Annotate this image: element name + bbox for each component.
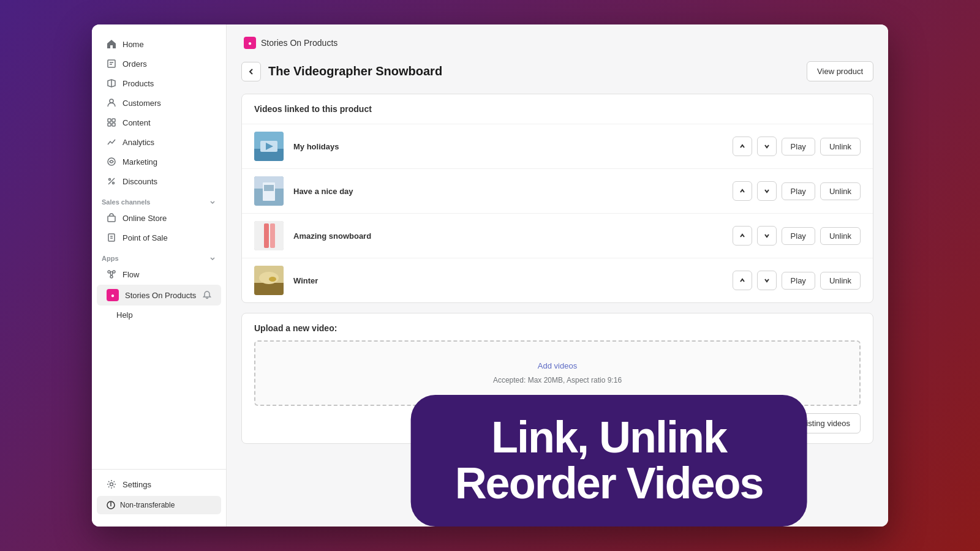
- sidebar-item-label: Settings: [123, 480, 151, 489]
- stories-on-products-icon: ●: [107, 289, 119, 301]
- unlink-button-4[interactable]: Unlink: [820, 272, 861, 290]
- svg-line-12: [108, 178, 115, 184]
- online-store-icon: [107, 213, 116, 223]
- non-transferable-badge[interactable]: Non-transferable: [97, 496, 221, 514]
- bell-notification-icon[interactable]: [203, 291, 211, 299]
- video-actions-4: Play Unlink: [733, 271, 861, 290]
- video-actions-2: Play Unlink: [733, 181, 861, 201]
- unlink-button-2[interactable]: Unlink: [820, 182, 861, 200]
- video-thumbnail-2: [254, 176, 284, 206]
- video-row: Winter Play Unlink: [242, 258, 873, 302]
- svg-point-41: [269, 277, 276, 282]
- video-thumbnail-4: [254, 266, 284, 295]
- app-header-title: Stories On Products: [261, 38, 337, 48]
- move-down-button-2[interactable]: [757, 181, 777, 201]
- sidebar-item-label: Stories On Products: [125, 291, 196, 300]
- play-button-2[interactable]: Play: [782, 182, 815, 200]
- choose-existing-button[interactable]: Or choose from existing videos: [731, 413, 861, 433]
- move-up-button-4[interactable]: [733, 271, 752, 290]
- content-icon: [107, 118, 116, 127]
- sidebar-item-label: Online Store: [123, 214, 167, 223]
- move-up-button-1[interactable]: [733, 137, 752, 156]
- sidebar-item-marketing[interactable]: Marketing: [97, 152, 221, 171]
- svg-rect-5: [108, 119, 111, 122]
- video-thumbnail-1: [254, 132, 284, 161]
- sidebar-item-label: Point of Sale: [123, 233, 168, 242]
- svg-rect-8: [112, 123, 115, 126]
- svg-point-10: [109, 179, 111, 181]
- svg-point-26: [111, 503, 111, 503]
- sidebar-item-point-of-sale[interactable]: Point of Sale: [97, 228, 221, 247]
- upload-card-title: Upload a new video:: [254, 323, 861, 333]
- sidebar-item-analytics[interactable]: Analytics: [97, 133, 221, 151]
- video-name-1: My holidays: [293, 142, 723, 151]
- move-up-button-3[interactable]: [733, 226, 752, 246]
- svg-point-23: [110, 483, 113, 486]
- video-name-4: Winter: [293, 276, 723, 285]
- sidebar-item-customers[interactable]: Customers: [97, 94, 221, 112]
- upload-dropzone[interactable]: Add videos Accepted: Max 20MB, Aspect ra…: [254, 340, 861, 406]
- svg-rect-0: [108, 60, 115, 67]
- move-down-button-4[interactable]: [757, 271, 777, 290]
- sidebar-bottom: Settings Non-transferable: [92, 469, 226, 517]
- unlink-button-3[interactable]: Unlink: [820, 227, 861, 245]
- sidebar-item-label: Discounts: [123, 177, 157, 186]
- view-product-button[interactable]: View product: [807, 61, 873, 81]
- main-content: ● Stories On Products The Videographer S…: [227, 24, 888, 527]
- svg-rect-34: [264, 185, 274, 191]
- page-header: The Videographer Snowboard View product: [241, 61, 873, 81]
- play-button-3[interactable]: Play: [782, 227, 815, 245]
- sidebar: Home Orders Products: [92, 24, 227, 527]
- sidebar-item-online-store[interactable]: Online Store: [97, 209, 221, 227]
- app-header-icon: ●: [244, 37, 256, 49]
- move-up-button-2[interactable]: [733, 181, 752, 201]
- sidebar-item-orders[interactable]: Orders: [97, 54, 221, 73]
- svg-rect-13: [108, 216, 115, 222]
- products-icon: [107, 78, 116, 88]
- add-videos-link[interactable]: Add videos: [275, 361, 840, 370]
- customers-icon: [107, 98, 116, 108]
- sidebar-subitem-help[interactable]: Help: [97, 307, 221, 323]
- analytics-icon: [107, 137, 116, 147]
- move-down-button-3[interactable]: [757, 226, 777, 246]
- svg-line-22: [110, 272, 111, 276]
- play-button-1[interactable]: Play: [782, 138, 815, 156]
- sidebar-item-products[interactable]: Products: [97, 74, 221, 92]
- sidebar-item-stories-on-products[interactable]: ● Stories On Products: [97, 285, 221, 305]
- sidebar-item-flow[interactable]: Flow: [97, 265, 221, 283]
- video-actions-3: Play Unlink: [733, 226, 861, 246]
- video-row: Amazing snowboard Play Unlink: [242, 214, 873, 258]
- upload-card: Upload a new video: Add videos Accepted:…: [241, 313, 873, 444]
- svg-line-21: [112, 272, 113, 276]
- sidebar-item-label: Analytics: [123, 138, 154, 147]
- orders-icon: [107, 59, 116, 69]
- back-button[interactable]: [241, 62, 261, 81]
- sidebar-item-label: Content: [123, 118, 151, 127]
- svg-rect-7: [108, 123, 111, 126]
- sidebar-item-home[interactable]: Home: [97, 35, 221, 53]
- video-thumbnail-3: [254, 221, 284, 250]
- settings-icon: [107, 479, 116, 489]
- svg-point-9: [108, 158, 115, 165]
- sidebar-item-label: Flow: [123, 270, 139, 279]
- sidebar-item-discounts[interactable]: Discounts: [97, 172, 221, 190]
- sidebar-item-label: Home: [123, 40, 144, 49]
- move-down-button-1[interactable]: [757, 137, 777, 156]
- marketing-icon: [107, 157, 116, 167]
- home-icon: [107, 39, 116, 49]
- non-transferable-label: Non-transferable: [120, 501, 175, 509]
- sidebar-item-label: Marketing: [123, 157, 157, 167]
- pos-icon: [107, 233, 116, 242]
- sidebar-item-label: Orders: [123, 59, 147, 69]
- unlink-button-1[interactable]: Unlink: [820, 138, 861, 156]
- discounts-icon: [107, 176, 116, 186]
- sidebar-item-settings[interactable]: Settings: [97, 475, 221, 493]
- apps-section: Apps: [92, 247, 226, 264]
- sales-channels-section: Sales channels: [92, 191, 226, 208]
- video-name-2: Have a nice day: [293, 187, 723, 196]
- play-button-4[interactable]: Play: [782, 272, 815, 290]
- svg-point-40: [259, 272, 279, 284]
- sidebar-item-content[interactable]: Content: [97, 113, 221, 132]
- page-title: The Videographer Snowboard: [268, 64, 442, 78]
- svg-rect-39: [254, 283, 284, 295]
